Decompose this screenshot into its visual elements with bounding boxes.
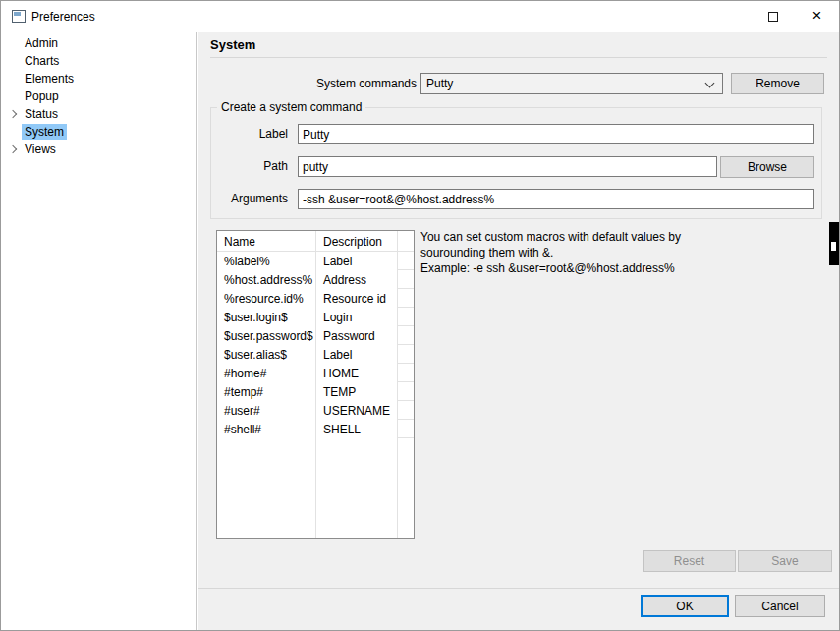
table-cell: %label% — [217, 252, 316, 270]
table-cell — [398, 326, 414, 345]
table-cell: TEMP — [316, 382, 398, 401]
dropdown-selected-value: Putty — [426, 77, 722, 90]
table-cell — [398, 420, 414, 438]
column-header-name[interactable]: Name — [217, 231, 316, 252]
table-row[interactable]: #home#HOME — [217, 364, 414, 382]
label-input[interactable] — [298, 124, 814, 144]
table-row[interactable]: %resource.id%Resource id — [217, 289, 414, 308]
macros-table: Name Description %label%Label%host.addre… — [216, 230, 415, 539]
table-row[interactable]: #user#USERNAME — [217, 401, 414, 420]
table-cell: #temp# — [217, 382, 316, 401]
help-line: You can set custom macros with default v… — [420, 229, 774, 245]
system-commands-label: System commands — [198, 77, 417, 91]
sidebar-item-popup[interactable]: Popup — [1, 87, 196, 105]
sidebar-item-label: System — [22, 124, 67, 140]
close-icon: × — [812, 7, 822, 24]
label-field-label: Label — [211, 127, 288, 142]
expand-chevron-icon[interactable] — [9, 110, 17, 118]
overlapping-window-artifact — [829, 222, 839, 265]
table-cell — [398, 345, 414, 364]
sidebar-item-label: Admin — [22, 35, 61, 51]
save-button[interactable]: Save — [738, 550, 832, 572]
header-separator — [210, 57, 827, 58]
sidebar-item-status[interactable]: Status — [1, 105, 196, 123]
table-cell: %resource.id% — [217, 289, 316, 308]
table-cell: $user.login$ — [217, 308, 316, 326]
table-cell: Password — [316, 326, 398, 345]
table-row[interactable]: #shell#SHELL — [217, 420, 414, 438]
preferences-tree: Admin Charts Elements Popup Status Syste… — [1, 32, 197, 630]
table-cell: Label — [316, 345, 398, 364]
expand-chevron-icon[interactable] — [9, 145, 17, 153]
help-line: Example: -e ssh &user=root&@%host.addres… — [420, 260, 774, 276]
table-cell — [398, 270, 414, 289]
ok-button[interactable]: OK — [641, 595, 729, 617]
table-cell: Address — [316, 270, 398, 289]
sidebar-item-label: Elements — [22, 71, 77, 86]
table-row[interactable]: $user.alias$Label — [217, 345, 414, 364]
maximize-button[interactable] — [751, 1, 795, 31]
preferences-dialog: Preferences × Admin Charts Elements Popu… — [0, 0, 840, 631]
table-cell: %host.address% — [217, 270, 316, 289]
sidebar-item-label: Charts — [22, 53, 62, 69]
table-row[interactable]: %label%Label — [217, 252, 414, 270]
sidebar-item-label: Views — [22, 142, 59, 157]
path-field-label: Path — [211, 159, 288, 174]
sidebar-item-views[interactable]: Views — [1, 141, 196, 158]
table-cell: USERNAME — [316, 401, 398, 420]
footer-separator — [198, 588, 839, 589]
table-cell: Login — [316, 308, 398, 326]
table-cell: #home# — [217, 364, 316, 382]
create-command-group: Create a system command Label Path Brows… — [210, 107, 822, 219]
table-header: Name Description — [217, 231, 414, 252]
window-title: Preferences — [31, 10, 95, 25]
sidebar-item-label: Popup — [22, 88, 62, 104]
path-input[interactable] — [298, 156, 717, 177]
column-header-description[interactable]: Description — [316, 231, 398, 252]
arguments-field-label: Arguments — [211, 192, 288, 206]
table-cell — [398, 382, 414, 401]
table-cell: #shell# — [217, 420, 316, 438]
table-row[interactable]: $user.login$Login — [217, 308, 414, 326]
table-row[interactable]: #temp#TEMP — [217, 382, 414, 401]
app-icon — [12, 10, 26, 23]
page-title: System — [210, 37, 255, 52]
system-settings-panel: System System commands Putty Remove Crea… — [198, 32, 839, 630]
table-cell: HOME — [316, 364, 398, 382]
macro-help-text: You can set custom macros with default v… — [420, 229, 774, 276]
table-row[interactable]: $user.password$Password — [217, 326, 414, 345]
table-filler — [217, 438, 414, 538]
sidebar-item-elements[interactable]: Elements — [1, 70, 196, 87]
table-cell: #user# — [217, 401, 316, 420]
table-cell — [398, 289, 414, 308]
sidebar-item-charts[interactable]: Charts — [1, 52, 196, 70]
table-cell: SHELL — [316, 420, 398, 438]
group-title: Create a system command — [217, 100, 365, 115]
table-cell: Resource id — [316, 289, 398, 308]
table-cell: $user.alias$ — [217, 345, 316, 364]
reset-button[interactable]: Reset — [643, 550, 736, 572]
sidebar-item-system[interactable]: System — [1, 123, 196, 141]
sidebar-item-admin[interactable]: Admin — [1, 34, 196, 52]
close-button[interactable]: × — [795, 1, 839, 31]
browse-button[interactable]: Browse — [720, 156, 814, 178]
titlebar: Preferences × — [1, 1, 839, 32]
help-line: sourounding them with &. — [420, 245, 774, 260]
cancel-button[interactable]: Cancel — [735, 595, 825, 617]
system-commands-dropdown[interactable]: Putty — [420, 73, 723, 94]
macro-table-rows: %label%Label%host.address%Address%resour… — [217, 252, 414, 438]
table-cell — [398, 364, 414, 382]
table-cell: Label — [316, 252, 398, 270]
column-header-empty — [398, 231, 414, 252]
table-row[interactable]: %host.address%Address — [217, 270, 414, 289]
arguments-input[interactable] — [298, 189, 814, 209]
table-cell — [398, 308, 414, 326]
maximize-icon — [768, 12, 778, 22]
remove-button[interactable]: Remove — [731, 73, 824, 94]
table-cell: $user.password$ — [217, 326, 316, 345]
sidebar-item-label: Status — [22, 106, 61, 122]
table-cell — [398, 252, 414, 270]
table-cell — [398, 401, 414, 420]
